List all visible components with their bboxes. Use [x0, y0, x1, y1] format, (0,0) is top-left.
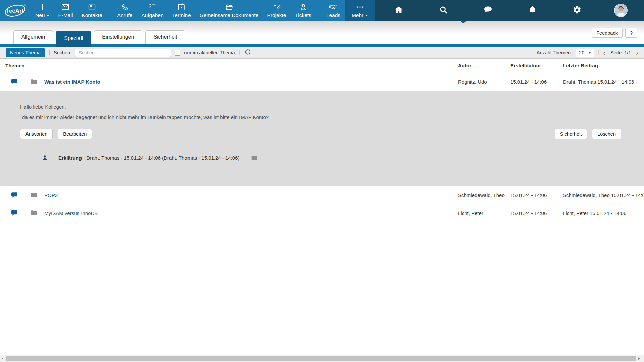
- page-indicator: Seite: 1/1: [610, 50, 631, 55]
- only-current-topic-checkbox[interactable]: [175, 50, 180, 56]
- nav-label-leads: Leads: [326, 12, 340, 18]
- delete-button[interactable]: Löschen: [592, 129, 621, 139]
- reply-folder-icon[interactable]: [251, 154, 258, 161]
- topic-bubble-icon: [11, 78, 18, 85]
- tab-speziell[interactable]: Speziell: [56, 31, 91, 47]
- nav-item-aufgaben[interactable]: Aufgaben: [137, 0, 168, 21]
- tab-allgemein[interactable]: Allgemein: [13, 30, 53, 44]
- app-header: TecArt ® Neu E-Mail Kontakte: [0, 0, 644, 21]
- tasks-checklist-icon: [148, 2, 157, 12]
- topic-link[interactable]: POP3: [44, 192, 58, 198]
- topic-folder-icon[interactable]: [30, 78, 38, 85]
- help-buttons: Feedback ?: [592, 28, 637, 38]
- topic-created: 15.01.24 - 14:06: [510, 210, 563, 216]
- column-header-last-post: Letzter Beitrag: [563, 63, 644, 68]
- topic-last-post: Schmiedewald, Theo 15.01.24 - 14:06: [563, 192, 644, 198]
- person-icon: [41, 154, 48, 161]
- caret-down-icon: [588, 52, 591, 54]
- question-mark-button[interactable]: ?: [625, 28, 637, 38]
- main-nav: Neu E-Mail Kontakte Anrufe Aufgaben: [31, 0, 375, 21]
- nav-item-dokumente[interactable]: Gemeinsame Dokumente: [195, 0, 263, 21]
- nav-item-leads[interactable]: Leads: [322, 0, 345, 21]
- topic-bubble-icon: [11, 191, 18, 199]
- topic-folder-icon[interactable]: [30, 209, 38, 217]
- caret-down-icon: [365, 15, 368, 16]
- search-icon: [439, 5, 448, 16]
- table-row[interactable]: POP3 Schmiedewald, Theo 15.01.24 - 14:06…: [0, 186, 644, 204]
- nav-label-neu: Neu: [35, 12, 45, 18]
- mehr-active-notch: [460, 21, 467, 23]
- nav-label-email: E-Mail: [58, 12, 73, 18]
- horizontal-scrollbar[interactable]: [0, 355, 644, 362]
- only-current-topic-label: nur im aktuellen Thema: [184, 50, 235, 55]
- topic-author: Schmiedewald, Theo: [458, 192, 510, 198]
- nav-label-kontakte: Kontakte: [82, 12, 102, 18]
- contact-card-icon: [88, 2, 96, 12]
- topic-author: Regnitz, Udo: [458, 79, 510, 85]
- envelope-icon: [61, 2, 70, 12]
- security-button[interactable]: Sicherheit: [555, 129, 587, 139]
- chat-button[interactable]: [480, 3, 496, 18]
- nav-item-anrufe[interactable]: Anrufe: [113, 0, 137, 21]
- notifications-button[interactable]: [525, 3, 540, 18]
- home-button[interactable]: [391, 3, 407, 18]
- support-headset-icon: [299, 2, 308, 12]
- tab-sicherheit[interactable]: Sicherheit: [145, 30, 185, 44]
- reply-button[interactable]: Antworten: [20, 129, 53, 139]
- nav-label-dokumente: Gemeinsame Dokumente: [200, 12, 259, 18]
- next-page-button[interactable]: ›: [636, 49, 638, 56]
- nav-item-mehr[interactable]: Mehr: [345, 0, 375, 21]
- nav-separator: [110, 6, 110, 15]
- toolbar-separator: |: [49, 50, 50, 56]
- edit-button[interactable]: Bearbeiten: [58, 129, 92, 139]
- settings-button[interactable]: [570, 3, 585, 18]
- tab-einstellungen[interactable]: Einstellungen: [94, 30, 142, 44]
- home-icon: [394, 5, 404, 16]
- topic-count-value: 20: [579, 50, 584, 55]
- new-topic-button[interactable]: Neues Thema: [6, 48, 45, 57]
- feedback-button[interactable]: Feedback: [592, 28, 623, 38]
- search-input[interactable]: [75, 49, 171, 57]
- folder-open-icon: [225, 2, 233, 12]
- nav-item-tickets[interactable]: Tickets: [290, 0, 316, 21]
- svg-text:®: ®: [24, 4, 26, 7]
- scroll-left-arrow[interactable]: [0, 355, 5, 362]
- refresh-icon: [244, 49, 251, 57]
- topic-link[interactable]: MyISAM versus InnoDB: [44, 210, 98, 216]
- table-row[interactable]: Was ist ein IMAP Konto Regnitz, Udo 15.0…: [0, 72, 644, 91]
- calendar-icon: [177, 2, 186, 12]
- message-greeting: Hallo liebe Kollegen,: [20, 104, 644, 110]
- column-header-author: Autor: [458, 63, 510, 68]
- topic-author: Licht, Peter: [458, 210, 510, 216]
- nav-separator: [319, 6, 319, 15]
- topic-count-select[interactable]: 20: [576, 49, 594, 57]
- refresh-button[interactable]: [244, 49, 251, 57]
- header-quick-icons: [375, 0, 644, 21]
- prev-page-button[interactable]: ‹: [603, 49, 605, 56]
- nav-item-termine[interactable]: Termine: [168, 0, 195, 21]
- nav-item-projekte[interactable]: Projekte: [263, 0, 290, 21]
- topic-created: 15.01.24 - 14:06: [510, 79, 563, 85]
- scrollbar-thumb[interactable]: [6, 356, 636, 361]
- scroll-right-arrow[interactable]: [637, 355, 642, 362]
- reply-entry[interactable]: Erklärung - Draht, Thomas - 15.01.24 - 1…: [32, 149, 262, 161]
- nav-label-tickets: Tickets: [295, 12, 311, 18]
- topic-folder-icon[interactable]: [30, 191, 38, 199]
- gear-icon: [573, 5, 582, 16]
- search-button[interactable]: [436, 3, 451, 18]
- toolbar-separator: |: [238, 50, 240, 56]
- user-avatar[interactable]: [614, 4, 628, 17]
- topic-link[interactable]: Was ist ein IMAP Konto: [44, 79, 100, 85]
- topic-count-label: Anzahl Themen:: [537, 50, 572, 55]
- table-row[interactable]: MyISAM versus InnoDB Licht, Peter 15.01.…: [0, 204, 644, 222]
- triangle-left-icon: [2, 357, 3, 360]
- tecart-logo[interactable]: TecArt ®: [0, 0, 31, 21]
- nav-item-email[interactable]: E-Mail: [54, 0, 77, 21]
- caret-down-icon: [47, 15, 49, 16]
- reply-meta: - Draht, Thomas - 15.01.24 - 14:06 (Drah…: [83, 155, 239, 161]
- handshake-icon: [329, 2, 338, 12]
- nav-item-neu[interactable]: Neu: [31, 0, 54, 21]
- plus-icon: [38, 2, 47, 12]
- reply-title[interactable]: Erklärung: [58, 155, 82, 161]
- nav-item-kontakte[interactable]: Kontakte: [77, 0, 106, 21]
